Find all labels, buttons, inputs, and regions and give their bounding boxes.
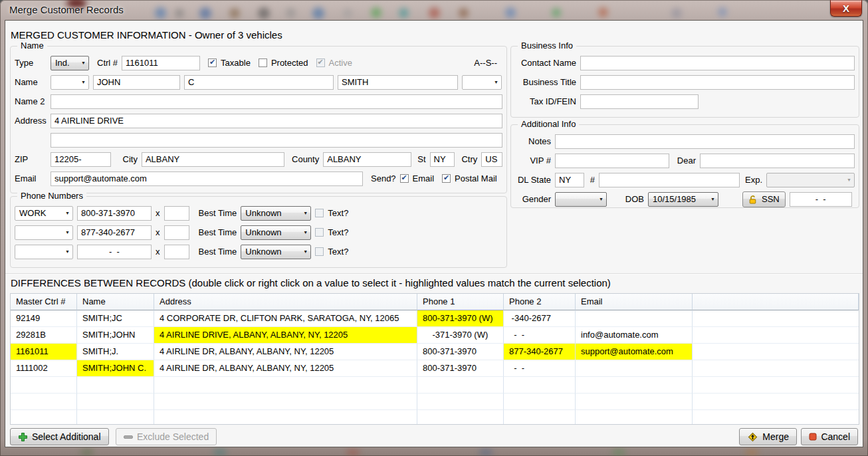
zip-field[interactable]	[51, 152, 111, 167]
ctrl-label: Ctrl #	[97, 58, 118, 68]
ssn-field[interactable]	[790, 192, 852, 207]
vip-dear-row: VIP # Dear	[515, 152, 855, 169]
phone2-text-checkbox[interactable]	[315, 228, 324, 237]
header-name[interactable]: Name	[77, 294, 154, 310]
merge-customer-records-window: Merge Customer Records X MERGED CUSTOMER…	[0, 0, 868, 456]
phone3-best-time-dropdown[interactable]: Unknown ▼	[241, 245, 311, 259]
protected-checkbox[interactable]	[259, 58, 267, 67]
cell-address[interactable]: 4 CORPORATE DR, CLIFTON PARK, SARATOGA, …	[154, 310, 417, 327]
title-bar[interactable]: Merge Customer Records X	[0, 0, 868, 20]
address-line1-field[interactable]	[51, 114, 502, 128]
contact-name-field[interactable]	[580, 56, 855, 70]
phone2-best-time-dropdown[interactable]: Unknown ▼	[241, 225, 311, 240]
cell-phone1-highlighted[interactable]: 800-371-3970 (W)	[417, 310, 504, 327]
name-suffix-dropdown[interactable]: ▼	[462, 75, 502, 90]
gender-dropdown[interactable]: ▼	[555, 192, 607, 207]
ctrl-number-field[interactable]	[122, 56, 200, 70]
first-name-field[interactable]	[93, 75, 180, 90]
cell-address[interactable]: 4 AIRLINE DR, ALBANY, ALBANY, NY, 12205	[154, 360, 417, 377]
cell-ctrl[interactable]: 1111002	[11, 360, 77, 377]
cell-address[interactable]: 4 AIRLINE DR, ALBANY, ALBANY, NY, 12205	[154, 344, 417, 360]
city-field[interactable]	[142, 152, 284, 167]
business-title-field[interactable]	[580, 75, 855, 90]
business-title-label: Business Title	[515, 77, 580, 87]
send-email-checkbox[interactable]: ✔	[400, 174, 409, 183]
address-line2-field[interactable]	[51, 133, 502, 148]
dl-exp-dropdown[interactable]: ▼	[766, 173, 855, 187]
cell-address-highlighted[interactable]: 4 AIRLINE DRIVE, ALBANY, ALBANY, NY, 122…	[154, 327, 417, 344]
phone1-text-checkbox[interactable]	[315, 209, 324, 217]
cell-name[interactable]: SMITH;J.	[77, 344, 154, 360]
cell-phone2[interactable]: - -	[504, 327, 576, 344]
cell-email[interactable]	[576, 360, 693, 377]
email-field[interactable]	[51, 171, 363, 186]
dl-number-field[interactable]	[599, 173, 740, 187]
header-phone2[interactable]: Phone 2	[504, 294, 576, 310]
name-prefix-dropdown[interactable]: ▼	[51, 75, 89, 90]
cell-name[interactable]: SMITH;JOHN	[77, 327, 154, 344]
type-row: Type Ind. ▼ Ctrl # ✔ Taxable Protected ✔	[15, 55, 502, 71]
header-phone1[interactable]: Phone 1	[417, 294, 504, 310]
cell-phone1[interactable]: 800-371-3970	[417, 344, 504, 360]
name-group-legend: Name	[17, 41, 47, 51]
cell-ctrl-highlighted[interactable]: 1161011	[11, 344, 77, 360]
phone3-ext-field[interactable]	[164, 245, 189, 259]
ssn-button[interactable]: SSN	[742, 191, 786, 207]
dob-dropdown[interactable]: 10/15/1985 ▼	[648, 192, 718, 207]
notes-field[interactable]	[555, 134, 855, 149]
cancel-button[interactable]: Cancel	[801, 428, 858, 445]
cell-email[interactable]: info@automate.com	[576, 327, 693, 344]
country-field[interactable]	[481, 152, 502, 167]
type-dropdown[interactable]: Ind. ▼	[51, 56, 89, 70]
header-master-ctrl[interactable]: Master Ctrl #	[11, 294, 77, 310]
header-address[interactable]: Address	[154, 294, 417, 310]
send-postal-checkbox[interactable]: ✔	[442, 174, 451, 183]
phone1-number-field[interactable]	[77, 206, 152, 221]
cell-phone1[interactable]: 800-371-3970	[417, 360, 504, 377]
cell-phone2[interactable]: -340-2677	[504, 310, 576, 327]
county-field[interactable]	[323, 152, 411, 167]
empty-table-row	[11, 394, 859, 410]
name2-field[interactable]	[51, 94, 502, 109]
phone3-text-checkbox[interactable]	[315, 247, 324, 256]
phone2-number-field[interactable]	[77, 225, 152, 240]
cell-name[interactable]: SMITH;JC	[77, 310, 154, 327]
differences-table[interactable]: Master Ctrl # Name Address Phone 1 Phone…	[10, 293, 859, 425]
phone3-type-dropdown[interactable]: ▼	[15, 245, 73, 259]
phone1-type-dropdown[interactable]: WORK ▼	[15, 206, 73, 221]
merge-button[interactable]: Merge	[739, 428, 797, 445]
cell-phone1[interactable]: -371-3970 (W)	[417, 327, 504, 344]
header-email[interactable]: Email	[576, 294, 693, 310]
gender-label: Gender	[515, 194, 555, 204]
phone1-ext-field[interactable]	[164, 206, 189, 221]
close-button[interactable]: X	[830, 0, 862, 17]
tax-id-field[interactable]	[580, 94, 699, 109]
middle-name-field[interactable]	[184, 75, 334, 90]
lock-open-icon	[748, 195, 758, 204]
cell-email-highlighted[interactable]: support@automate.com	[576, 344, 693, 360]
cell-ctrl[interactable]: 29281B	[11, 327, 77, 344]
dl-state-field[interactable]	[555, 173, 584, 187]
country-label: Ctry	[459, 154, 477, 164]
phone2-type-dropdown[interactable]: ▼	[15, 225, 73, 240]
cell-phone2[interactable]: - -	[504, 360, 576, 377]
cell-empty	[154, 394, 417, 410]
phone1-best-time-dropdown[interactable]: Unknown ▼	[241, 206, 311, 221]
name2-label: Name 2	[15, 96, 51, 106]
taxable-checkbox[interactable]: ✔	[208, 58, 217, 67]
last-name-field[interactable]	[338, 75, 458, 90]
phone3-text-label: Text?	[328, 247, 348, 257]
select-additional-button[interactable]: Select Additional	[10, 428, 109, 445]
exclude-selected-button: Exclude Selected	[116, 428, 217, 445]
chevron-down-icon: ▼	[303, 230, 308, 235]
state-field[interactable]	[430, 152, 455, 167]
phone3-number-field[interactable]	[77, 245, 152, 259]
cell-name-highlighted[interactable]: SMITH;JOHN C.	[77, 360, 154, 377]
vip-field[interactable]	[555, 154, 669, 168]
cell-email[interactable]	[576, 310, 693, 327]
dear-field[interactable]	[700, 154, 855, 168]
cell-ctrl[interactable]: 92149	[11, 310, 77, 327]
cell-phone2-highlighted[interactable]: 877-340-2677	[504, 344, 576, 360]
phone2-best-time-label: Best Time	[199, 227, 237, 237]
phone2-ext-field[interactable]	[164, 225, 189, 240]
